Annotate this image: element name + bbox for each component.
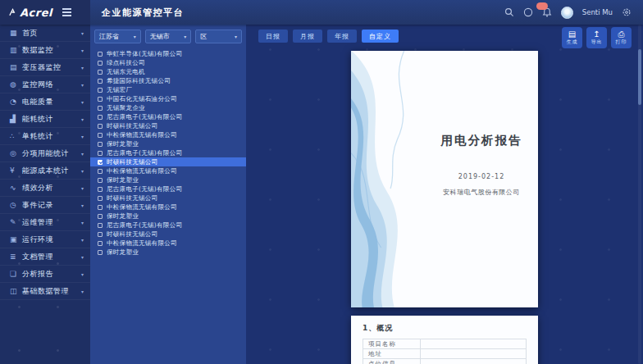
company-row[interactable]: 中检保物流无锡有限公司: [90, 166, 246, 175]
company-checkbox[interactable]: [98, 169, 103, 174]
menu-toggle-icon[interactable]: [62, 8, 71, 16]
chevron-down-icon: ▾: [81, 151, 84, 157]
sidebar-item[interactable]: ✎ 运维管理 ▾: [0, 214, 90, 231]
sidebar-item-icon: ▦: [10, 29, 22, 37]
company-checkbox[interactable]: [98, 250, 103, 255]
company-checkbox[interactable]: [98, 79, 103, 84]
company-checkbox[interactable]: [98, 160, 103, 165]
region-select[interactable]: 江苏省 ▾: [94, 30, 141, 43]
company-checkbox[interactable]: [98, 232, 103, 237]
notifications-button[interactable]: [542, 7, 552, 17]
toolbar-action-button[interactable]: ↥ 导出: [586, 27, 607, 48]
company-row[interactable]: 无锡东元电机: [90, 67, 246, 76]
company-row[interactable]: 保时龙塑业: [90, 212, 246, 221]
sidebar-item[interactable]: ▤ 变压器监控 ▾: [0, 59, 90, 76]
company-row[interactable]: 保时龙塑业: [90, 139, 246, 148]
company-name: 无锡宏厂: [107, 86, 132, 94]
fullscreen-icon[interactable]: [523, 7, 533, 17]
sidebar-item-icon: ▤: [10, 63, 22, 71]
sidebar-item[interactable]: ▟ 能耗统计 ▾: [0, 111, 90, 128]
company-checkbox[interactable]: [98, 223, 103, 228]
sidebar-item[interactable]: ∿ 绩效分析 ▾: [0, 180, 90, 197]
company-checkbox[interactable]: [98, 97, 103, 102]
settings-icon[interactable]: [622, 7, 632, 17]
sidebar-item-icon: ◔: [10, 98, 22, 106]
toolbar-action-button[interactable]: ▤ 生成: [562, 27, 582, 48]
overview-heading: 1、概况: [363, 323, 527, 334]
company-row[interactable]: 尼吉康电子(无锡)有限公司: [90, 112, 246, 121]
chevron-down-icon: ▾: [81, 168, 84, 174]
search-icon[interactable]: [504, 7, 514, 17]
company-checkbox[interactable]: [98, 187, 103, 192]
report-tab[interactable]: 自定义: [362, 30, 399, 43]
company-row[interactable]: 无锡宏厂: [90, 85, 246, 94]
company-row[interactable]: 中检保物流无锡有限公司: [90, 239, 246, 248]
sidebar-item[interactable]: ∴ 单耗统计 ▾: [0, 128, 90, 145]
region-select[interactable]: 无锡市 ▾: [145, 30, 192, 43]
sidebar-item[interactable]: ◷ 事件记录 ▾: [0, 197, 90, 214]
company-row[interactable]: 中国石化无锡石油分公司: [90, 94, 246, 103]
company-checkbox[interactable]: [98, 205, 103, 210]
company-row[interactable]: 尼吉康电子(无锡)有限公司: [90, 184, 246, 193]
company-row[interactable]: 中检保物流无锡有限公司: [90, 202, 246, 212]
company-row[interactable]: 时硕科技无锡公司: [90, 157, 246, 166]
company-checkbox[interactable]: [98, 214, 103, 219]
company-checkbox[interactable]: [98, 142, 103, 147]
company-checkbox[interactable]: [98, 178, 103, 183]
sidebar-item[interactable]: ◔ 电能质量 ▾: [0, 93, 90, 111]
acrel-logo: Acrel: [20, 7, 52, 19]
company-checkbox[interactable]: [98, 124, 103, 129]
scrollbar-thumb[interactable]: [638, 49, 641, 105]
company-checkbox[interactable]: [98, 70, 103, 75]
sidebar-item[interactable]: ▥ 数据监控 ▾: [0, 42, 90, 59]
company-row[interactable]: 保时龙塑业: [90, 248, 246, 257]
sidebar-item-icon: ◍: [10, 80, 22, 89]
company-name: 保时龙塑业: [107, 140, 139, 148]
company-checkbox[interactable]: [98, 88, 103, 93]
action-icon: ⎙: [618, 30, 625, 39]
sidebar-item-label: 事件记录: [22, 200, 53, 211]
company-row[interactable]: 尼吉康电子(无锡)有限公司: [90, 221, 246, 230]
region-select[interactable]: 区 ▾: [195, 30, 242, 43]
company-row[interactable]: 保时龙塑业: [90, 175, 246, 184]
company-name: 中国石化无锡石油分公司: [107, 95, 177, 103]
sidebar-item[interactable]: ≣ 文档管理 ▾: [0, 248, 90, 266]
report-tab[interactable]: 月报: [293, 30, 322, 43]
chevron-down-icon: ▾: [81, 185, 84, 191]
company-name: 尼吉康电子(无锡)有限公司: [107, 149, 182, 157]
report-tab[interactable]: 日报: [258, 30, 288, 43]
company-row[interactable]: 希捷国际科技无锡公司: [90, 76, 246, 85]
company-row[interactable]: 时硕科技无锡公司: [90, 121, 246, 130]
sidebar-item[interactable]: ◍ 监控网络 ▾: [0, 76, 90, 93]
company-checkbox[interactable]: [98, 133, 103, 138]
sidebar-item-label: 首页: [22, 28, 38, 39]
company-checkbox[interactable]: [98, 151, 103, 156]
sidebar-item[interactable]: ❏ 分析报告 ▾: [0, 266, 90, 283]
company-row[interactable]: 华虹半导体(无锡)有限公司: [90, 49, 246, 58]
report-tab[interactable]: 年报: [327, 30, 357, 43]
sidebar-item[interactable]: ¥ 能源成本统计 ▾: [0, 162, 90, 180]
sidebar-item[interactable]: ◫ 基础数据管理 ▾: [0, 283, 90, 300]
region-select-value: 无锡市: [150, 32, 170, 41]
company-checkbox[interactable]: [98, 106, 103, 111]
company-row[interactable]: 尼吉康电子(无锡)有限公司: [90, 148, 246, 157]
company-row[interactable]: 无锡聚龙企业: [90, 103, 246, 112]
company-row[interactable]: 中检保物流无锡有限公司: [90, 130, 246, 139]
company-checkbox[interactable]: [98, 196, 103, 201]
company-row[interactable]: 时硕科技无锡公司: [90, 193, 246, 202]
company-row[interactable]: 时硕科技无锡公司: [90, 230, 246, 239]
report-content: 日报 月报 年报 自定义 ▤ 生成 ↥ 导出: [246, 25, 643, 364]
company-checkbox[interactable]: [98, 241, 103, 246]
company-checkbox[interactable]: [98, 61, 103, 66]
sidebar-item[interactable]: ▣ 运行环境 ▾: [0, 231, 90, 248]
company-row[interactable]: 绿点科技公司: [90, 58, 246, 67]
logo-zone: Acrel: [0, 0, 90, 25]
company-name: 中检保物流无锡有限公司: [107, 131, 177, 139]
company-checkbox[interactable]: [98, 115, 103, 120]
company-checkbox[interactable]: [98, 52, 103, 57]
overview-table: 项目名称 地址 点位信息: [363, 339, 527, 364]
sidebar-item[interactable]: ▦ 首页 ▾: [0, 25, 90, 42]
avatar[interactable]: [561, 7, 573, 19]
sidebar-item[interactable]: ◎ 分项用能统计 ▾: [0, 145, 90, 162]
toolbar-action-button[interactable]: ⎙ 打印: [611, 27, 632, 48]
